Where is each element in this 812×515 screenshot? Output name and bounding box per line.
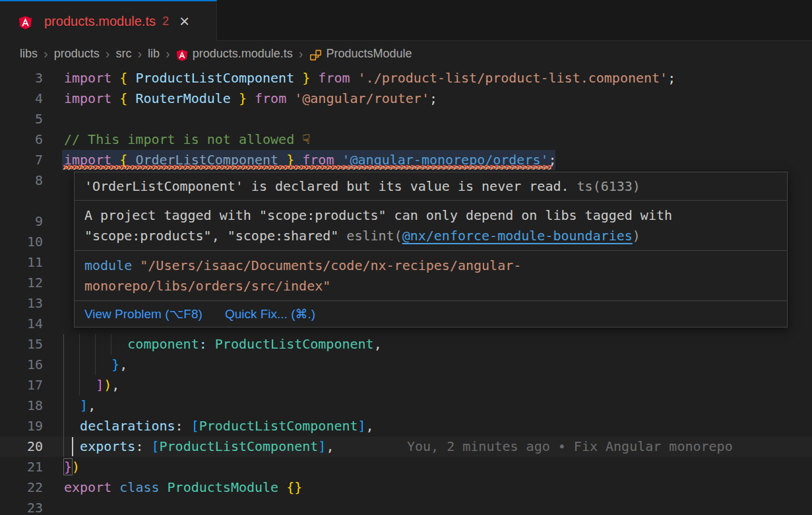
code-line[interactable]: 17 ]), xyxy=(0,375,812,395)
eslint-diagnostic-line1: A project tagged with "scope:products" c… xyxy=(84,205,777,226)
code-text: }) xyxy=(64,457,80,477)
code-text: import { ProductListComponent } from './… xyxy=(64,68,675,88)
breadcrumb-item-file[interactable]: products.module.ts xyxy=(193,47,293,61)
code-token: '@angular/router' xyxy=(294,90,429,106)
line-number[interactable]: 11 xyxy=(0,252,43,273)
code-line[interactable]: 3import { ProductListComponent } from '.… xyxy=(0,68,812,88)
line-number[interactable]: 20 xyxy=(0,436,43,457)
code-token: , xyxy=(88,397,96,413)
code-line[interactable]: 20 exports: [ProductListComponent],You, … xyxy=(0,436,812,457)
breadcrumb-item-libs[interactable]: libs xyxy=(20,47,38,61)
code-token: export xyxy=(64,479,119,495)
line-number[interactable]: 21 xyxy=(0,457,43,477)
breadcrumb-item-src[interactable]: src xyxy=(115,47,131,61)
view-problem-action[interactable]: View Problem (⌥F8) xyxy=(84,306,203,322)
close-icon[interactable]: × xyxy=(179,15,189,28)
code-token: [ xyxy=(151,438,159,454)
quick-fix-action[interactable]: Quick Fix... (⌘.) xyxy=(225,306,315,322)
git-blame-annotation: You, 2 minutes ago • Fix Angular monorep… xyxy=(407,436,733,457)
code-line[interactable]: 16 }, xyxy=(0,355,812,375)
code-token: { xyxy=(119,90,127,106)
eslint-source-prefix: eslint( xyxy=(346,228,402,244)
code-text: }, xyxy=(64,355,127,375)
line-number[interactable]: 6 xyxy=(0,129,43,150)
code-text: // This import is not allowed ☟ xyxy=(64,129,310,150)
code-token: ProductsModule xyxy=(168,479,287,495)
line-number[interactable]: 23 xyxy=(0,498,43,515)
code-token: , xyxy=(111,377,119,393)
code-line[interactable]: 19 declarations: [ProductListComponent], xyxy=(0,416,812,436)
module-info-section: module "/Users/isaac/Documents/code/nx-r… xyxy=(75,251,787,301)
line-number[interactable]: 8 xyxy=(0,170,43,191)
chevron-right-icon: › xyxy=(44,46,48,61)
line-number[interactable]: 14 xyxy=(0,314,43,334)
line-number[interactable]: 17 xyxy=(0,375,43,395)
tab-bar: products.module.ts 2 × xyxy=(0,0,812,41)
eslint-rule-link[interactable]: @nx/enforce-module-boundaries xyxy=(402,228,633,244)
line-number[interactable]: 19 xyxy=(0,416,43,436)
code-line[interactable]: 22export class ProductsModule {} xyxy=(0,477,812,498)
tab-bar-divider xyxy=(217,40,812,41)
code-token: from xyxy=(247,90,294,106)
code-token: ; xyxy=(429,90,437,106)
code-text: ]), xyxy=(64,375,119,395)
code-token: class xyxy=(119,479,167,495)
code-token xyxy=(64,377,96,393)
line-number[interactable]: 9 xyxy=(0,211,43,232)
code-token xyxy=(64,336,127,352)
breadcrumb-item-symbol[interactable]: ProductsModule xyxy=(327,47,412,61)
code-token: RouterModule xyxy=(127,90,239,106)
line-number[interactable]: 5 xyxy=(0,109,43,129)
line-number[interactable]: 3 xyxy=(0,68,43,88)
ts-diagnostic-source: ts(6133) xyxy=(569,178,640,194)
eslint-diagnostic-section: A project tagged with "scope:products" c… xyxy=(75,201,787,251)
code-token: } xyxy=(111,357,119,372)
code-line[interactable]: 4import { RouterModule } from '@angular/… xyxy=(0,88,812,109)
code-line[interactable]: 6// This import is not allowed ☟ xyxy=(0,129,812,150)
eslint-diagnostic-line2: "scope:products", "scope:shared" xyxy=(84,228,346,244)
code-token: ProductListComponent xyxy=(215,336,374,352)
code-token xyxy=(207,336,215,352)
line-number[interactable]: 22 xyxy=(0,477,43,498)
code-token: ) xyxy=(104,377,111,393)
line-number[interactable]: 4 xyxy=(0,88,43,109)
code-line[interactable]: 21}) xyxy=(0,457,812,477)
tab-title: products.module.ts xyxy=(44,14,156,29)
code-token: ☟ xyxy=(302,131,310,147)
code-token: } xyxy=(64,459,72,475)
code-line[interactable]: 23 xyxy=(0,498,812,515)
module-keyword: module xyxy=(84,258,132,273)
line-number[interactable]: 15 xyxy=(0,334,43,355)
code-token: {} xyxy=(286,479,302,495)
chevron-right-icon: › xyxy=(106,46,110,61)
code-token: ProductListComponent xyxy=(160,438,319,454)
tab-products-module[interactable]: products.module.ts 2 × xyxy=(0,0,217,41)
line-number[interactable]: 12 xyxy=(0,273,43,293)
code-editor[interactable]: 3import { ProductListComponent } from '.… xyxy=(0,66,812,515)
breadcrumb-item-lib[interactable]: lib xyxy=(148,47,160,61)
code-token: import xyxy=(64,90,119,106)
code-text: exports: [ProductListComponent], xyxy=(64,436,334,457)
line-number[interactable]: 16 xyxy=(0,355,43,375)
line-number[interactable]: 7 xyxy=(0,150,43,170)
code-token: ) xyxy=(72,459,80,475)
code-token: [ xyxy=(191,418,199,434)
module-path-line2: monorepo/libs/orders/src/index" xyxy=(84,278,330,294)
line-number[interactable]: 10 xyxy=(0,232,43,252)
code-line[interactable]: 18 ], xyxy=(0,395,812,416)
code-token: import xyxy=(64,70,119,86)
code-text: declarations: [ProductListComponent], xyxy=(64,416,374,436)
code-token: from xyxy=(310,70,358,86)
line-number[interactable]: 13 xyxy=(0,293,43,314)
angular-icon xyxy=(176,49,188,61)
symbol-class-icon xyxy=(309,49,322,61)
line-number[interactable] xyxy=(0,191,43,211)
breadcrumb-item-products[interactable]: products xyxy=(54,47,100,61)
code-line[interactable]: 15 component: ProductListComponent, xyxy=(0,334,812,355)
code-token: // This import is not allowed xyxy=(64,131,302,147)
line-number[interactable]: 18 xyxy=(0,395,43,416)
ts-diagnostic-section: 'OrderListComponent' is declared but its… xyxy=(75,172,787,201)
code-line[interactable]: 5 xyxy=(0,109,812,129)
eslint-source-suffix: ) xyxy=(633,228,640,244)
code-token: ; xyxy=(668,70,675,86)
